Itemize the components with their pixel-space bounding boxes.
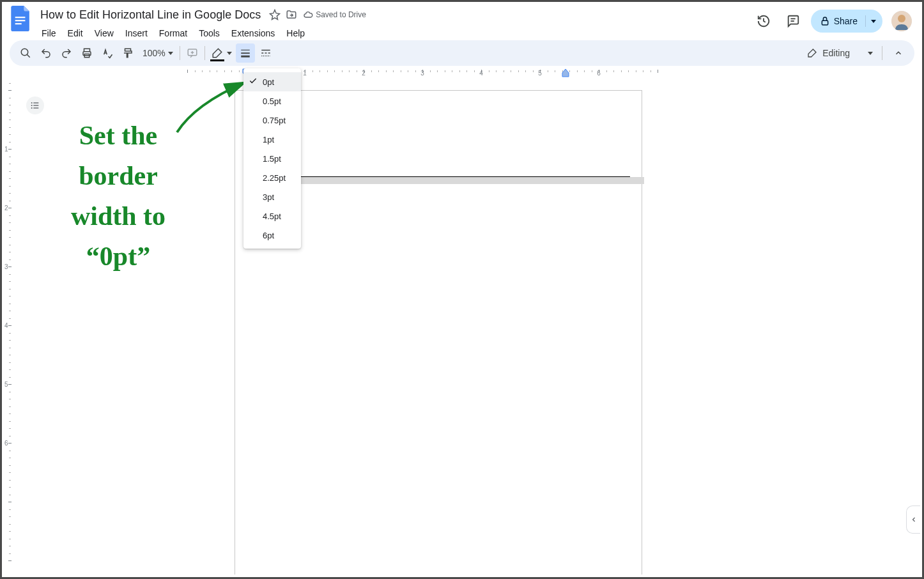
scrollbar-thumb[interactable] (914, 81, 919, 145)
svg-rect-22 (33, 102, 38, 103)
menubar-item-extensions[interactable]: Extensions (226, 26, 280, 41)
menubar-item-insert[interactable]: Insert (120, 26, 153, 41)
menubar-item-tools[interactable]: Tools (194, 26, 225, 41)
toolbar-separator (180, 46, 180, 60)
dropdown-item-label: 1pt (263, 135, 274, 144)
dropdown-item-label: 4.5pt (263, 212, 281, 221)
annotation-text: Set the border width to “0pt” (42, 116, 195, 277)
dropdown-item-label: 0.5pt (263, 96, 281, 106)
chevron-down-icon[interactable] (871, 20, 876, 23)
dropdown-item-0-5pt[interactable]: 0.5pt (243, 91, 301, 111)
paint-format-button[interactable] (118, 43, 137, 63)
title-area: How to Edit Horizontal Line in Google Do… (36, 6, 752, 42)
dropdown-item-label: 0pt (263, 77, 274, 87)
collapse-toolbar-button[interactable] (889, 43, 908, 63)
border-width-button[interactable] (236, 43, 255, 63)
doc-title[interactable]: How to Edit Horizontal Line in Google Do… (36, 7, 265, 23)
dropdown-item-label: 3pt (263, 192, 274, 202)
svg-rect-1 (15, 20, 26, 21)
svg-point-23 (31, 105, 33, 106)
star-icon[interactable] (268, 8, 281, 21)
dropdown-item-label: 2.25pt (263, 173, 286, 183)
check-icon (249, 77, 258, 88)
chevron-down-icon[interactable] (227, 52, 232, 55)
pencil-icon (807, 48, 817, 58)
toolbar-wrap: 100% Editing (2, 40, 922, 68)
editing-mode-button[interactable]: Editing (801, 48, 879, 58)
menubar-item-view[interactable]: View (89, 26, 119, 41)
menubar-item-format[interactable]: Format (154, 26, 192, 41)
border-color-button[interactable] (208, 43, 227, 63)
menubar-item-file[interactable]: File (36, 26, 61, 41)
svg-point-8 (21, 49, 28, 56)
dropdown-item-0-75pt[interactable]: 0.75pt (243, 111, 301, 130)
svg-rect-2 (15, 23, 22, 24)
save-status[interactable]: Saved to Drive (303, 10, 366, 20)
share-button[interactable]: Share (811, 10, 882, 33)
vertical-scrollbar[interactable] (912, 81, 920, 575)
toolbar: 100% Editing (10, 40, 914, 66)
dropdown-item-0pt[interactable]: 0pt (243, 72, 301, 91)
docs-logo-icon[interactable] (10, 7, 33, 30)
cloud-icon (303, 10, 313, 20)
dropdown-item-4-5pt[interactable]: 4.5pt (243, 206, 301, 226)
menubar: FileEditViewInsertFormatToolsExtensionsH… (36, 25, 752, 42)
redo-button[interactable] (57, 43, 76, 63)
avatar[interactable] (891, 11, 912, 31)
svg-point-7 (898, 15, 905, 22)
indent-marker-right[interactable] (562, 68, 569, 79)
header-right: Share (752, 10, 912, 33)
svg-line-9 (27, 54, 30, 58)
lock-icon (820, 16, 830, 26)
dropdown-item-1pt[interactable]: 1pt (243, 130, 301, 149)
chevron-down-icon (868, 52, 873, 55)
outline-button[interactable] (26, 96, 44, 114)
svg-point-21 (31, 102, 33, 104)
toolbar-separator (204, 46, 205, 60)
menubar-item-help[interactable]: Help (281, 26, 310, 41)
border-width-dropdown: 0pt0.5pt0.75pt1pt1.5pt2.25pt3pt4.5pt6pt (243, 68, 301, 249)
zoom-select[interactable]: 100% (139, 48, 177, 58)
chevron-down-icon (168, 52, 173, 55)
svg-rect-17 (241, 56, 250, 58)
title-row: How to Edit Horizontal Line in Google Do… (36, 6, 752, 24)
undo-button[interactable] (36, 43, 56, 63)
spellcheck-button[interactable] (98, 43, 117, 63)
svg-rect-26 (33, 107, 38, 108)
share-label: Share (834, 16, 858, 26)
svg-rect-15 (241, 50, 250, 50)
svg-rect-5 (822, 20, 828, 25)
dropdown-item-label: 1.5pt (263, 154, 281, 164)
dropdown-item-2-25pt[interactable]: 2.25pt (243, 168, 301, 187)
vertical-ruler[interactable]: 123456 (2, 79, 13, 575)
add-comment-button[interactable] (183, 43, 202, 63)
svg-rect-24 (33, 105, 38, 105)
toolbar-separator (882, 46, 882, 60)
horizontal-ruler[interactable]: 123456 (13, 68, 922, 79)
share-separator (865, 15, 866, 27)
dropdown-item-label: 6pt (263, 231, 274, 240)
menubar-item-edit[interactable]: Edit (63, 26, 88, 41)
dropdown-item-label: 0.75pt (263, 116, 286, 125)
selection-highlight (247, 177, 644, 184)
dropdown-item-1-5pt[interactable]: 1.5pt (243, 149, 301, 168)
history-icon[interactable] (752, 10, 775, 33)
svg-rect-0 (15, 17, 26, 18)
dropdown-item-6pt[interactable]: 6pt (243, 226, 301, 245)
header: How to Edit Horizontal Line in Google Do… (2, 2, 922, 40)
search-button[interactable] (16, 43, 35, 63)
print-button[interactable] (77, 43, 96, 63)
dropdown-item-3pt[interactable]: 3pt (243, 187, 301, 206)
svg-rect-16 (241, 52, 250, 54)
svg-point-25 (31, 107, 33, 109)
border-dash-button[interactable] (256, 43, 275, 63)
move-icon[interactable] (285, 8, 298, 21)
comments-icon[interactable] (782, 10, 805, 33)
